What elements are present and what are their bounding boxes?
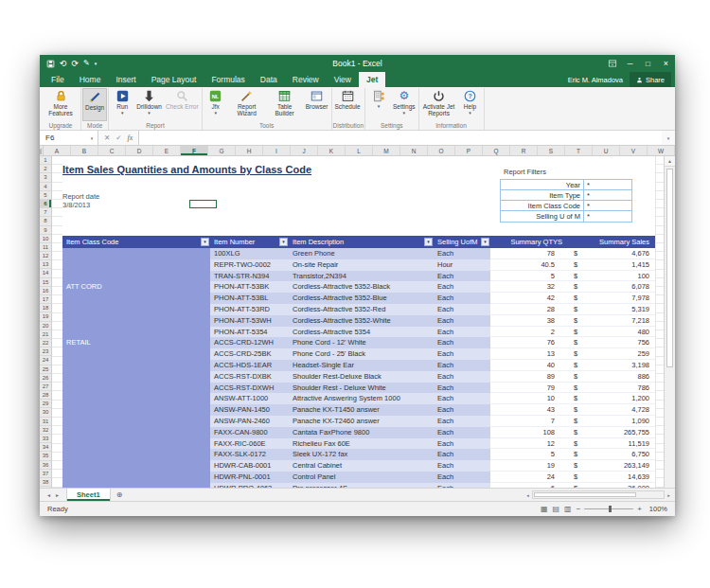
more-features-button[interactable]: More Features <box>42 88 80 121</box>
row-header-1[interactable]: 1 <box>40 156 51 165</box>
table-cell[interactable]: Green Phone <box>289 248 434 259</box>
table-cell[interactable]: $1,415 <box>568 259 655 271</box>
table-cell[interactable]: 12 <box>490 438 568 450</box>
table-cell[interactable]: Central Cabinet <box>289 460 434 472</box>
ribbon-display-options-icon[interactable] <box>603 55 621 72</box>
table-cell[interactable]: Each <box>434 393 490 404</box>
table-cell[interactable]: Cordless-Attractive 5352-White <box>289 315 434 327</box>
column-header-I[interactable]: I <box>263 146 291 155</box>
table-cell[interactable]: Each <box>434 416 490 427</box>
table-cell[interactable]: Each <box>434 383 490 394</box>
table-cell[interactable]: Each <box>434 271 490 282</box>
table-cell[interactable]: Each <box>434 404 490 416</box>
table-cell[interactable]: Each <box>434 460 490 472</box>
table-cell[interactable] <box>62 383 210 394</box>
row-header-16[interactable]: 16 <box>40 287 51 295</box>
column-header-P[interactable]: P <box>455 146 483 155</box>
row-header-13[interactable]: 13 <box>40 260 51 269</box>
table-cell[interactable]: Cordless-Attractive 5352-Blue <box>289 293 434 304</box>
column-header-R[interactable]: R <box>510 146 538 155</box>
table-header-summary-sales[interactable]: Summary Sales <box>568 236 655 248</box>
table-cell[interactable]: $4,728 <box>568 404 655 416</box>
row-header-2[interactable]: 2 <box>40 165 51 173</box>
table-cell[interactable]: REPR-TWO-0002 <box>210 259 289 271</box>
table-cell[interactable] <box>62 393 210 404</box>
zoom-slider[interactable] <box>584 508 633 509</box>
row-header-30[interactable]: 30 <box>40 408 51 417</box>
table-cell[interactable]: Each <box>434 472 490 483</box>
zoom-in-icon[interactable]: + <box>637 505 642 513</box>
table-cell[interactable]: Each <box>434 348 490 360</box>
filter-dropdown-icon[interactable]: ▾ <box>481 238 489 246</box>
table-header-summary-qtys[interactable]: Summary QTYS <box>490 236 568 248</box>
column-header-G[interactable]: G <box>208 146 236 155</box>
filter-dropdown-icon[interactable]: ▾ <box>201 238 209 246</box>
table-cell[interactable]: Each <box>434 281 490 293</box>
column-header-O[interactable]: O <box>428 146 455 155</box>
column-header-A[interactable]: A <box>44 146 71 155</box>
table-cell[interactable]: ACCS-CRD-12WH <box>210 337 289 348</box>
row-header-10[interactable]: 10 <box>40 235 51 243</box>
table-cell[interactable]: Each <box>434 483 490 488</box>
table-cell[interactable]: FAXX-RIC-060E <box>210 438 289 450</box>
row-header-12[interactable]: 12 <box>40 252 51 260</box>
table-cell[interactable]: Panache KX-T2460 answer <box>289 416 434 427</box>
table-cell[interactable]: $14,639 <box>568 472 655 483</box>
report-date-value[interactable]: 3/8/2013 <box>62 201 90 209</box>
table-cell[interactable] <box>62 327 210 338</box>
row-header-33[interactable]: 33 <box>40 435 51 443</box>
table-cell[interactable]: ANSW-PAN-1450 <box>210 404 289 416</box>
column-header-N[interactable]: N <box>400 146 428 155</box>
table-cell[interactable]: PHON-ATT-53WH <box>210 315 289 327</box>
table-cell[interactable]: ACCS-RST-DXBK <box>210 371 289 383</box>
table-cell[interactable] <box>62 460 210 472</box>
column-header-L[interactable]: L <box>346 146 373 155</box>
table-cell[interactable]: ACCS-CRD-25BK <box>210 348 289 360</box>
row-header-34[interactable]: 34 <box>40 443 51 452</box>
row-header-37[interactable]: 37 <box>40 470 51 478</box>
table-cell[interactable]: ATT CORD <box>62 281 210 293</box>
column-header-Q[interactable]: Q <box>483 146 510 155</box>
row-header-20[interactable]: 20 <box>40 322 51 330</box>
column-header-J[interactable]: J <box>291 146 318 155</box>
table-cell[interactable]: 24 <box>490 472 568 483</box>
table-cell[interactable]: $1,200 <box>568 393 655 404</box>
vertical-scroll-thumb[interactable] <box>666 169 673 367</box>
row-header-38[interactable]: 38 <box>40 478 51 487</box>
table-cell[interactable] <box>62 427 210 438</box>
table-cell[interactable]: 10 <box>490 393 568 404</box>
row-header-19[interactable]: 19 <box>40 312 51 321</box>
table-cell[interactable]: 42 <box>490 293 568 304</box>
table-cell[interactable] <box>62 259 210 271</box>
row-header-15[interactable]: 15 <box>40 278 51 287</box>
table-header-selling-uofm[interactable]: Selling UofM▾ <box>434 236 490 248</box>
row-header-29[interactable]: 29 <box>40 400 51 408</box>
row-header-28[interactable]: 28 <box>40 391 51 400</box>
table-cell[interactable]: Transistor,2N394 <box>289 271 434 282</box>
table-cell[interactable]: Each <box>434 371 490 383</box>
table-cell[interactable]: Each <box>434 248 490 259</box>
column-header-M[interactable]: M <box>373 146 400 155</box>
table-cell[interactable]: 78 <box>490 248 568 259</box>
ribbon-tab-review[interactable]: Review <box>285 72 327 87</box>
table-cell[interactable]: 100XLG <box>210 248 289 259</box>
table-cell[interactable]: 40 <box>490 360 568 371</box>
close-icon[interactable]: × <box>657 55 675 72</box>
format-painter-icon[interactable]: ✎ <box>83 60 90 67</box>
row-header-3[interactable]: 3 <box>40 173 51 182</box>
table-cell[interactable]: HDWR-PNL-0001 <box>210 472 289 483</box>
vertical-scrollbar[interactable]: ▲ <box>664 156 675 488</box>
hscroll-right-icon[interactable]: ▸ <box>665 492 673 498</box>
column-header-K[interactable]: K <box>318 146 346 155</box>
table-cell[interactable]: $756 <box>568 337 655 348</box>
sheet-grid[interactable]: Item Sales Quantities and Amounts by Cla… <box>52 156 664 488</box>
table-cell[interactable]: Cordless-Attractive 5354 <box>289 327 434 338</box>
row-header-22[interactable]: 22 <box>40 339 51 347</box>
save-icon[interactable] <box>46 60 55 68</box>
page-layout-view-icon[interactable]: ▤ <box>553 506 560 513</box>
select-all-corner[interactable] <box>40 146 44 155</box>
table-cell[interactable]: FAXX-SLK-0172 <box>210 449 289 460</box>
table-cell[interactable]: $6,750 <box>568 449 655 460</box>
table-cell[interactable]: $7,978 <box>568 293 655 304</box>
column-header-E[interactable]: E <box>153 146 181 155</box>
